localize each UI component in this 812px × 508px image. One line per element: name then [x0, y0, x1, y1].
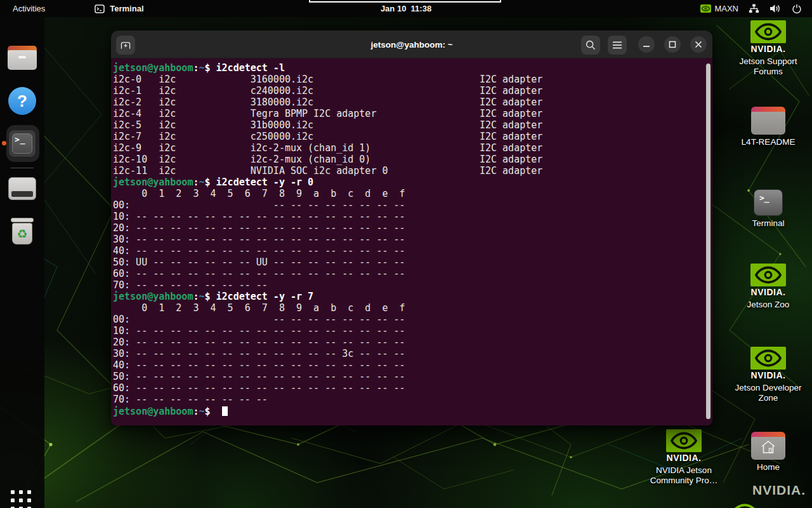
desktop-icon-label: NVIDIA Jetson Community Pro…	[645, 465, 723, 486]
show-applications-button[interactable]	[11, 490, 34, 508]
clock-button[interactable]: Jan 10 11:38	[381, 4, 431, 13]
dock-item-terminal[interactable]: >_	[0, 130, 44, 157]
activities-button[interactable]: Activities	[0, 4, 56, 13]
terminal-app-icon: >_	[8, 130, 36, 157]
nvidia-power-icon	[700, 4, 711, 13]
desktop-icon-jetson-zoo[interactable]: NVIDIA. Jetson Zoo	[727, 264, 809, 310]
nvidia-logo-icon: NVIDIA.	[666, 429, 702, 463]
nvidia-logo-icon: NVIDIA.	[750, 347, 786, 380]
running-indicator-dot	[2, 141, 6, 145]
desktop: NVIDIA. Activities Terminal Jan 10 11:38…	[0, 0, 812, 508]
desktop-icon-label: Terminal	[752, 218, 784, 229]
close-button[interactable]	[690, 36, 707, 53]
maximize-icon	[669, 41, 676, 48]
desktop-icon-l4t-readme[interactable]: L4T-README	[727, 107, 809, 147]
dock-item-trash[interactable]: ♻	[0, 217, 44, 244]
scrollbar-thumb[interactable]	[706, 64, 710, 419]
desktop-icon-home[interactable]: Home	[735, 432, 802, 472]
top-bar: Activities Terminal Jan 10 11:38 MAXN	[0, 0, 812, 17]
hamburger-icon	[612, 41, 622, 50]
nvidia-eye-icon	[732, 503, 757, 508]
volume-icon[interactable]	[769, 4, 782, 13]
desktop-icon-label: Jetson Zoo	[747, 300, 790, 310]
terminal-output: jetson@yahboom:~$ i2cdetect -li2c-0 i2c …	[113, 62, 542, 417]
wallpaper-nvidia-wordmark: NVIDIA.	[752, 483, 806, 498]
power-mode-indicator[interactable]: MAXN	[700, 4, 738, 13]
top-bar-left: Activities Terminal	[0, 4, 144, 13]
dock-item-help[interactable]: ?	[0, 87, 44, 115]
terminal-app-icon: >_	[754, 189, 783, 216]
files-icon	[8, 46, 37, 70]
home-folder-icon	[751, 432, 785, 460]
titlebar[interactable]: jetson@yahboom: ~	[111, 30, 712, 58]
dock-item-files[interactable]	[0, 46, 44, 70]
desktop-icon-terminal[interactable]: >_ Terminal	[727, 189, 809, 229]
network-icon[interactable]	[749, 4, 759, 13]
desktop-icon-jetson-support-forums[interactable]: NVIDIA. Jetson Support Forums	[727, 20, 809, 77]
terminal-mini-icon	[95, 4, 105, 13]
folder-icon	[751, 107, 785, 135]
desktop-icon-label: Jetson Developer Zone	[727, 383, 809, 403]
power-mode-label: MAXN	[714, 4, 738, 13]
minimize-button[interactable]	[638, 36, 655, 53]
trash-icon: ♻	[10, 217, 35, 244]
desktop-icon-nvidia-jetson-community[interactable]: NVIDIA. NVIDIA Jetson Community Pro…	[645, 429, 723, 486]
menu-button[interactable]	[608, 36, 627, 55]
terminal-window: jetson@yahboom: ~	[111, 30, 712, 425]
screen-top-notch	[309, 0, 501, 3]
power-icon[interactable]	[792, 4, 802, 14]
dock-item-drive[interactable]	[0, 177, 44, 200]
focused-app-menu[interactable]: Terminal	[95, 4, 143, 13]
recycle-glyph: ♻	[16, 228, 27, 240]
close-icon	[695, 41, 702, 48]
desktop-icon-label: Home	[757, 462, 780, 472]
desktop-icon-label: L4T-README	[742, 137, 796, 147]
new-tab-button[interactable]	[116, 36, 135, 55]
nvidia-logo-icon: NVIDIA.	[750, 264, 786, 297]
nvidia-logo-icon: NVIDIA.	[750, 20, 786, 54]
focused-app-name: Terminal	[110, 4, 143, 13]
system-tray[interactable]: MAXN	[700, 0, 812, 17]
minimize-icon	[643, 41, 650, 48]
search-button[interactable]	[581, 36, 600, 55]
dock-separator	[11, 168, 34, 168]
maximize-button[interactable]	[664, 36, 681, 53]
house-icon	[760, 439, 776, 455]
terminal-content[interactable]: jetson@yahboom:~$ i2cdetect -li2c-0 i2c …	[111, 58, 712, 425]
help-icon: ?	[8, 87, 36, 115]
desktop-icon-label: Jetson Support Forums	[727, 57, 809, 77]
drive-icon	[8, 177, 36, 200]
desktop-icon-jetson-developer-zone[interactable]: NVIDIA. Jetson Developer Zone	[727, 347, 809, 403]
dock: ? >_ ♻	[0, 17, 44, 508]
new-tab-icon	[120, 40, 131, 50]
search-icon	[585, 39, 596, 51]
